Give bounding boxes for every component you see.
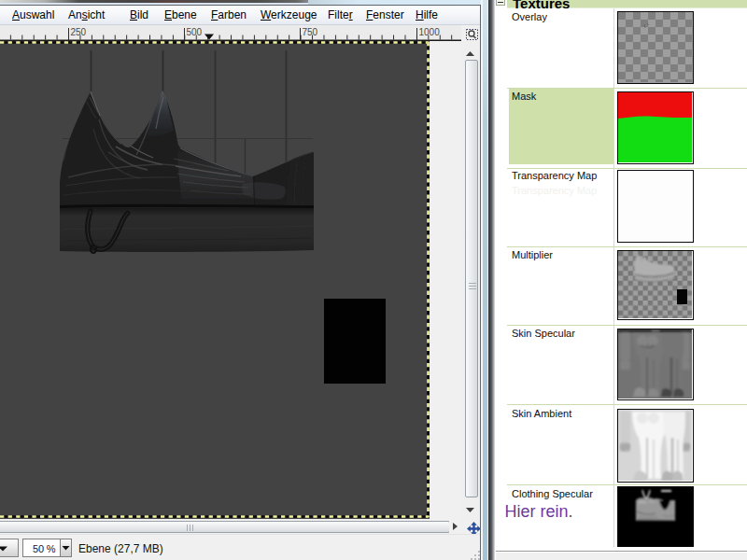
svg-text:500: 500 [187, 27, 203, 37]
svg-text:250: 250 [71, 27, 87, 37]
svg-text:1000: 1000 [419, 27, 441, 37]
svg-text:750: 750 [303, 27, 318, 37]
